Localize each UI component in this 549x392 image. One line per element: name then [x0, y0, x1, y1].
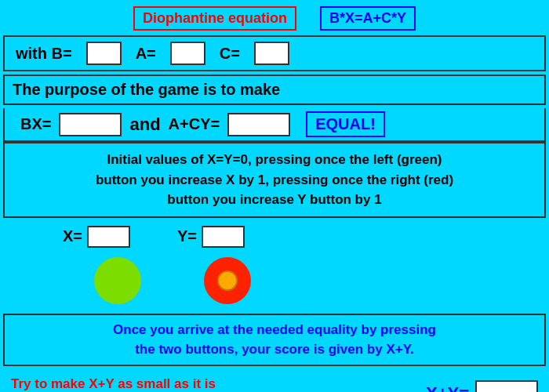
- params-row: with B= A= C=: [3, 35, 546, 71]
- y-input: [202, 226, 245, 248]
- b-input[interactable]: [86, 42, 122, 65]
- equation-box: B*X=A+C*Y: [320, 6, 416, 31]
- y-group: Y=: [177, 226, 245, 248]
- info-text-1: Initial values of X=Y=0, pressing once t…: [13, 150, 536, 170]
- win-text-line1: Try to make X+Y as small as it is: [11, 376, 216, 391]
- info-box: Initial values of X=Y=0, pressing once t…: [3, 142, 546, 218]
- equal-badge: EQUAL!: [306, 111, 385, 137]
- info-text-3: button you increase Y button by 1: [13, 190, 536, 210]
- score-text-box: Once you arrive at the needed equality b…: [3, 314, 546, 366]
- win-row: Try to make X+Y as small as it is possib…: [0, 371, 549, 393]
- xy-row: X= Y=: [0, 223, 549, 251]
- x-group: X=: [63, 226, 130, 248]
- sum-group: X+Y=: [426, 380, 538, 392]
- x-label: X=: [63, 227, 82, 245]
- a-input[interactable]: [170, 42, 205, 65]
- b-label: with B=: [16, 45, 72, 63]
- acy-label: A+CY=: [169, 115, 220, 133]
- bx-value: [59, 113, 122, 136]
- red-button[interactable]: [204, 257, 251, 304]
- score-text-1: Once you arrive at the needed equality b…: [13, 320, 536, 340]
- x-input: [87, 226, 130, 248]
- c-label: C=: [220, 45, 240, 63]
- a-label: A=: [136, 45, 156, 63]
- equal-row: BX= and A+CY= EQUAL!: [3, 108, 546, 142]
- green-button[interactable]: [94, 257, 141, 304]
- sum-input: [475, 380, 538, 392]
- buttons-row: [0, 254, 549, 307]
- title-row: Diophantine equation B*X=A+C*Y: [0, 0, 549, 35]
- and-text: and: [129, 114, 160, 135]
- purpose-text: The purpose of the game is to make: [13, 81, 280, 98]
- c-input[interactable]: [254, 42, 289, 65]
- score-text-2: the two buttons, your score is given by …: [13, 339, 536, 360]
- purpose-box: The purpose of the game is to make: [3, 74, 546, 105]
- info-text-2: button you increase X by 1, pressing onc…: [13, 170, 536, 191]
- sum-label: X+Y=: [426, 383, 469, 392]
- bx-label: BX=: [20, 115, 51, 133]
- win-text: Try to make X+Y as small as it is possib…: [11, 374, 410, 393]
- title-box: Diophantine equation: [133, 6, 296, 31]
- y-label: Y=: [177, 227, 197, 245]
- acy-value: [227, 113, 290, 136]
